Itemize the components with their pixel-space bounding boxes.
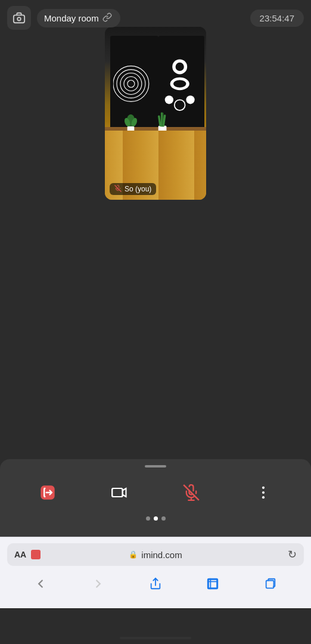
svg-rect-27	[112, 488, 123, 497]
svg-point-29	[262, 487, 265, 489]
browser-nav	[0, 571, 311, 597]
lock-icon: 🔒	[129, 550, 138, 559]
time-display: 23:54:47	[250, 10, 304, 27]
font-size-control[interactable]: AA	[14, 550, 26, 559]
top-bar: Monday room 23:54:47	[0, 0, 311, 36]
link-icon	[102, 13, 112, 24]
svg-point-8	[176, 63, 184, 71]
svg-rect-0	[14, 15, 24, 23]
url-left-controls: AA	[14, 550, 41, 559]
dot-2	[154, 516, 158, 521]
room-image	[105, 27, 206, 200]
svg-point-10	[173, 80, 186, 87]
leave-button[interactable]	[32, 477, 63, 508]
video-container: So (you)	[0, 36, 311, 191]
participant-name: So (you)	[125, 185, 151, 193]
camera-toggle-button[interactable]	[104, 477, 135, 508]
tabs-button[interactable]	[260, 573, 281, 595]
room-name-pill[interactable]: Monday room	[37, 9, 120, 27]
svg-point-30	[262, 491, 265, 494]
participant-badge: So (you)	[110, 183, 156, 195]
svg-point-31	[262, 496, 265, 499]
room-name-text: Monday room	[44, 13, 99, 23]
controls-area	[0, 459, 311, 537]
svg-rect-26	[112, 488, 123, 497]
url-bar[interactable]: AA 🔒 imind.com ↻	[7, 543, 304, 566]
refresh-button[interactable]: ↻	[288, 548, 297, 561]
svg-point-13	[175, 100, 185, 110]
dot-3	[161, 516, 166, 521]
camera-switch-button[interactable]	[7, 6, 31, 30]
participant-tile: So (you)	[105, 27, 206, 200]
browser-bar: AA 🔒 imind.com ↻	[0, 537, 311, 608]
svg-point-11	[165, 95, 173, 104]
video-area: So (you)	[0, 36, 311, 191]
home-indicator	[120, 637, 191, 639]
dot-1	[146, 516, 150, 521]
svg-point-12	[186, 95, 195, 104]
forward-button	[88, 573, 109, 595]
svg-point-3	[124, 77, 138, 91]
share-button[interactable]	[145, 573, 166, 595]
mic-toggle-button[interactable]	[176, 477, 207, 508]
page-dots	[146, 516, 166, 521]
svg-point-4	[120, 73, 142, 95]
back-button[interactable]	[30, 573, 51, 595]
svg-point-2	[127, 80, 135, 88]
recording-indicator	[31, 550, 41, 559]
svg-point-1	[17, 17, 21, 21]
svg-rect-21	[157, 115, 161, 126]
svg-point-5	[117, 70, 145, 98]
bookmarks-button[interactable]	[202, 573, 223, 595]
url-domain: imind.com	[141, 550, 182, 560]
drag-handle[interactable]	[145, 465, 166, 467]
controls-row	[0, 477, 311, 508]
svg-point-6	[113, 66, 149, 102]
svg-rect-33	[266, 581, 273, 589]
more-options-button[interactable]	[248, 477, 279, 508]
mic-muted-icon	[114, 185, 122, 193]
